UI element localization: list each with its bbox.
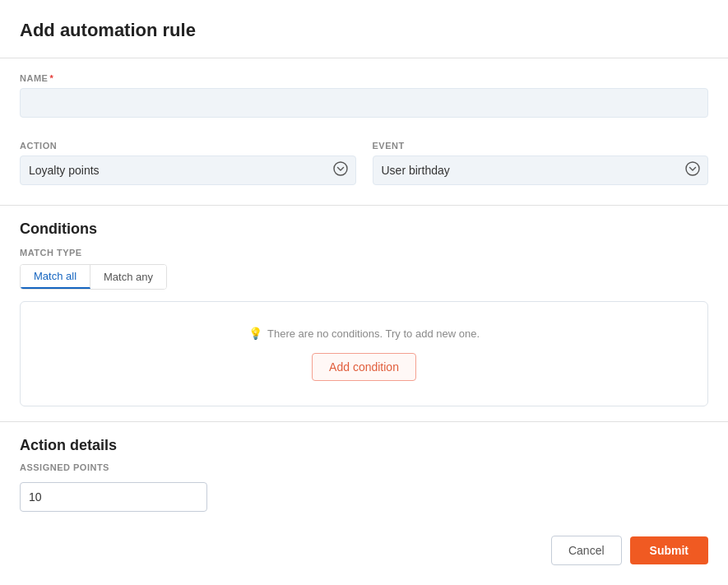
event-select-wrapper: User birthday (373, 156, 709, 185)
svg-point-1 (686, 162, 699, 175)
event-select[interactable]: User birthday (373, 156, 709, 185)
action-details-heading: Action details (20, 437, 708, 454)
action-select[interactable]: Loyalty points (20, 156, 356, 185)
action-label: ACTION (20, 141, 356, 151)
action-event-row: ACTION Loyalty points EVENT User birthda… (20, 141, 708, 185)
tab-match-any[interactable]: Match any (90, 265, 166, 289)
name-input[interactable] (20, 88, 708, 118)
conditions-box: 💡 There are no conditions. Try to add ne… (20, 301, 708, 406)
conditions-section: Conditions MATCH TYPE Match all Match an… (20, 206, 708, 421)
submit-button[interactable]: Submit (630, 536, 708, 564)
event-value: User birthday (382, 164, 450, 177)
action-col: ACTION Loyalty points (20, 141, 356, 185)
event-label: EVENT (373, 141, 709, 151)
action-select-wrapper: Loyalty points (20, 156, 356, 185)
svg-point-0 (334, 162, 347, 175)
action-value: Loyalty points (29, 164, 100, 177)
assigned-points-input[interactable] (20, 482, 207, 512)
no-conditions-message: 💡 There are no conditions. Try to add ne… (248, 327, 480, 340)
action-details-section: Action details ASSIGNED POINTS (20, 422, 708, 527)
event-col: EVENT User birthday (373, 141, 709, 185)
assigned-points-field: ASSIGNED POINTS (20, 462, 708, 512)
match-type-tabs: Match all Match any (20, 264, 167, 290)
name-section: NAME* (20, 58, 708, 132)
page-container: Add automation rule NAME* ACTION Loyalty… (0, 0, 728, 585)
conditions-heading: Conditions (20, 221, 708, 238)
footer-actions: Cancel Submit (551, 536, 708, 565)
assigned-points-label: ASSIGNED POINTS (20, 462, 708, 472)
match-type-label: MATCH TYPE (20, 248, 708, 258)
event-dropdown-icon (685, 161, 700, 179)
add-condition-button[interactable]: Add condition (312, 353, 416, 381)
tab-match-all[interactable]: Match all (21, 265, 90, 289)
name-label: NAME* (20, 73, 708, 83)
lightbulb-icon: 💡 (248, 327, 262, 340)
no-conditions-text: There are no conditions. Try to add new … (267, 327, 480, 340)
cancel-button[interactable]: Cancel (551, 536, 622, 565)
required-star: * (49, 73, 53, 83)
action-dropdown-icon (333, 161, 348, 179)
page-title: Add automation rule (20, 20, 708, 41)
